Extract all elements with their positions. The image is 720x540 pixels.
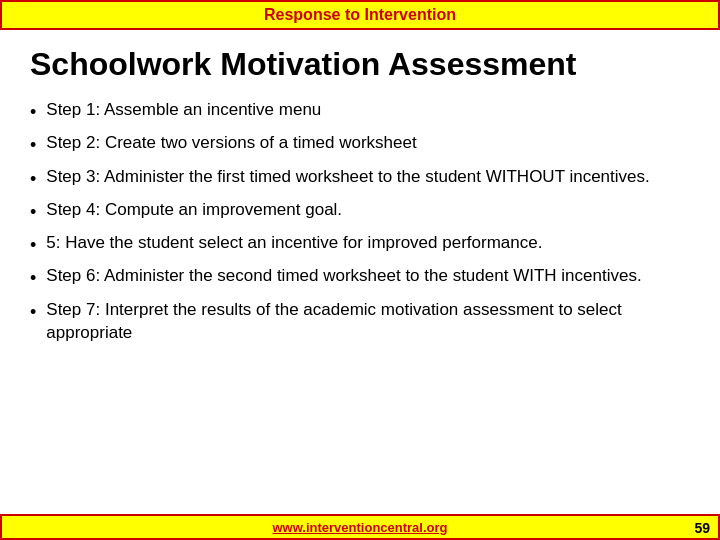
bullet-icon: •	[30, 300, 36, 324]
bullet-icon: •	[30, 266, 36, 290]
list-item: •Step 6: Administer the second timed wor…	[30, 265, 690, 290]
list-item-text: Step 6: Administer the second timed work…	[46, 265, 641, 288]
bullet-icon: •	[30, 233, 36, 257]
list-item-text: Step 2: Create two versions of a timed w…	[46, 132, 416, 155]
list-item-text: Step 1: Assemble an incentive menu	[46, 99, 321, 122]
list-item-text: Step 3: Administer the first timed works…	[46, 166, 649, 189]
header-title: Response to Intervention	[264, 6, 456, 23]
header-bar: Response to Intervention	[0, 0, 720, 30]
footer-bar: www.interventioncentral.org	[0, 514, 720, 540]
page-number: 59	[694, 520, 710, 536]
list-item: •Step 4: Compute an improvement goal.	[30, 199, 690, 224]
main-content: Schoolwork Motivation Assessment •Step 1…	[0, 30, 720, 363]
list-item: •Step 1: Assemble an incentive menu	[30, 99, 690, 124]
list-item: •Step 7: Interpret the results of the ac…	[30, 299, 690, 345]
bullet-icon: •	[30, 200, 36, 224]
list-item: •5: Have the student select an incentive…	[30, 232, 690, 257]
list-item: •Step 2: Create two versions of a timed …	[30, 132, 690, 157]
list-item: •Step 3: Administer the first timed work…	[30, 166, 690, 191]
bullet-icon: •	[30, 167, 36, 191]
bullet-icon: •	[30, 133, 36, 157]
list-item-text: Step 4: Compute an improvement goal.	[46, 199, 342, 222]
page-title: Schoolwork Motivation Assessment	[30, 46, 690, 83]
bullet-icon: •	[30, 100, 36, 124]
list-item-text: Step 7: Interpret the results of the aca…	[46, 299, 690, 345]
bullet-list: •Step 1: Assemble an incentive menu•Step…	[30, 99, 690, 345]
list-item-text: 5: Have the student select an incentive …	[46, 232, 542, 255]
footer-url: www.interventioncentral.org	[272, 520, 447, 535]
